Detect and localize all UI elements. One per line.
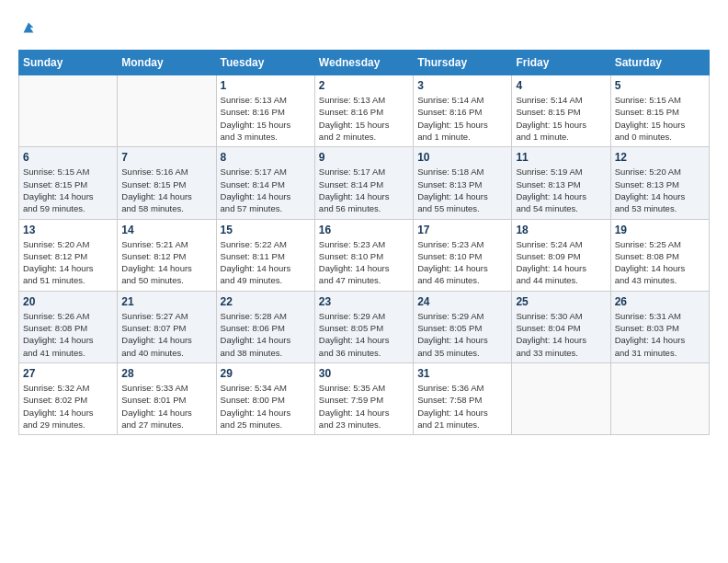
day-number: 23	[319, 295, 409, 308]
calendar-cell: 18Sunrise: 5:24 AM Sunset: 8:09 PM Dayli…	[512, 219, 610, 291]
day-info: Sunrise: 5:22 AM Sunset: 8:11 PM Dayligh…	[221, 238, 311, 287]
day-number: 2	[319, 79, 409, 92]
day-number: 13	[23, 224, 113, 236]
weekday-header: Sunday	[19, 51, 118, 75]
calendar-cell: 12Sunrise: 5:20 AM Sunset: 8:13 PM Dayli…	[610, 147, 709, 219]
day-number: 17	[417, 224, 507, 236]
calendar-cell: 20Sunrise: 5:26 AM Sunset: 8:08 PM Dayli…	[19, 291, 118, 362]
day-info: Sunrise: 5:17 AM Sunset: 8:14 PM Dayligh…	[221, 166, 311, 214]
day-number: 12	[615, 151, 705, 164]
calendar-table: SundayMondayTuesdayWednesdayThursdayFrid…	[18, 50, 710, 435]
day-info: Sunrise: 5:27 AM Sunset: 8:07 PM Dayligh…	[121, 310, 211, 359]
calendar-cell: 13Sunrise: 5:20 AM Sunset: 8:12 PM Dayli…	[19, 219, 118, 291]
day-info: Sunrise: 5:20 AM Sunset: 8:12 PM Dayligh…	[23, 238, 113, 287]
svg-marker-0	[24, 23, 34, 33]
day-number: 24	[417, 295, 507, 308]
day-number: 28	[121, 367, 211, 380]
calendar-cell	[19, 75, 118, 147]
calendar-cell: 28Sunrise: 5:33 AM Sunset: 8:01 PM Dayli…	[118, 362, 216, 434]
calendar-week-row: 6Sunrise: 5:15 AM Sunset: 8:15 PM Daylig…	[19, 147, 710, 219]
day-number: 19	[615, 224, 705, 236]
day-number: 4	[516, 79, 606, 92]
calendar-cell: 30Sunrise: 5:35 AM Sunset: 7:59 PM Dayli…	[314, 362, 413, 434]
day-info: Sunrise: 5:23 AM Sunset: 8:10 PM Dayligh…	[319, 238, 409, 287]
calendar-cell	[512, 362, 610, 434]
weekday-header: Monday	[118, 51, 216, 75]
day-number: 11	[516, 151, 606, 164]
day-number: 22	[221, 295, 311, 308]
calendar-cell: 19Sunrise: 5:25 AM Sunset: 8:08 PM Dayli…	[610, 219, 709, 291]
calendar-cell: 24Sunrise: 5:29 AM Sunset: 8:05 PM Dayli…	[414, 291, 512, 362]
weekday-header: Wednesday	[314, 51, 413, 75]
page-header	[18, 18, 710, 40]
calendar-cell: 4Sunrise: 5:14 AM Sunset: 8:15 PM Daylig…	[512, 75, 610, 147]
day-number: 8	[221, 151, 311, 164]
day-number: 20	[23, 295, 113, 308]
calendar-cell: 11Sunrise: 5:19 AM Sunset: 8:13 PM Dayli…	[512, 147, 610, 219]
calendar-cell: 25Sunrise: 5:30 AM Sunset: 8:04 PM Dayli…	[512, 291, 610, 362]
day-number: 26	[615, 295, 705, 308]
calendar-cell: 9Sunrise: 5:17 AM Sunset: 8:14 PM Daylig…	[314, 147, 413, 219]
calendar-cell: 23Sunrise: 5:29 AM Sunset: 8:05 PM Dayli…	[314, 291, 413, 362]
calendar-cell: 29Sunrise: 5:34 AM Sunset: 8:00 PM Dayli…	[216, 362, 314, 434]
day-info: Sunrise: 5:21 AM Sunset: 8:12 PM Dayligh…	[121, 238, 211, 287]
day-info: Sunrise: 5:16 AM Sunset: 8:15 PM Dayligh…	[121, 166, 211, 214]
weekday-header: Thursday	[414, 51, 512, 75]
day-info: Sunrise: 5:31 AM Sunset: 8:03 PM Dayligh…	[615, 310, 705, 359]
day-info: Sunrise: 5:13 AM Sunset: 8:16 PM Dayligh…	[221, 94, 311, 143]
day-info: Sunrise: 5:26 AM Sunset: 8:08 PM Dayligh…	[23, 310, 113, 359]
calendar-cell: 22Sunrise: 5:28 AM Sunset: 8:06 PM Dayli…	[216, 291, 314, 362]
day-info: Sunrise: 5:34 AM Sunset: 8:00 PM Dayligh…	[221, 382, 311, 431]
day-info: Sunrise: 5:20 AM Sunset: 8:13 PM Dayligh…	[615, 166, 705, 214]
calendar-cell: 3Sunrise: 5:14 AM Sunset: 8:16 PM Daylig…	[414, 75, 512, 147]
day-info: Sunrise: 5:35 AM Sunset: 7:59 PM Dayligh…	[319, 382, 409, 431]
logo	[18, 18, 37, 40]
calendar-cell: 27Sunrise: 5:32 AM Sunset: 8:02 PM Dayli…	[19, 362, 118, 434]
day-info: Sunrise: 5:18 AM Sunset: 8:13 PM Dayligh…	[417, 166, 507, 214]
logo-icon	[20, 19, 37, 36]
day-info: Sunrise: 5:13 AM Sunset: 8:16 PM Dayligh…	[319, 94, 409, 143]
calendar-week-row: 27Sunrise: 5:32 AM Sunset: 8:02 PM Dayli…	[19, 362, 710, 434]
day-info: Sunrise: 5:33 AM Sunset: 8:01 PM Dayligh…	[121, 382, 211, 431]
day-number: 30	[319, 367, 409, 380]
day-number: 9	[319, 151, 409, 164]
day-info: Sunrise: 5:36 AM Sunset: 7:58 PM Dayligh…	[417, 382, 507, 431]
calendar-cell: 17Sunrise: 5:23 AM Sunset: 8:10 PM Dayli…	[414, 219, 512, 291]
logo-text	[18, 18, 37, 40]
calendar-cell: 8Sunrise: 5:17 AM Sunset: 8:14 PM Daylig…	[216, 147, 314, 219]
day-number: 14	[121, 224, 211, 236]
day-info: Sunrise: 5:29 AM Sunset: 8:05 PM Dayligh…	[417, 310, 507, 359]
day-number: 7	[121, 151, 211, 164]
calendar-week-row: 20Sunrise: 5:26 AM Sunset: 8:08 PM Dayli…	[19, 291, 710, 362]
day-info: Sunrise: 5:23 AM Sunset: 8:10 PM Dayligh…	[417, 238, 507, 287]
day-info: Sunrise: 5:14 AM Sunset: 8:16 PM Dayligh…	[417, 94, 507, 143]
day-info: Sunrise: 5:25 AM Sunset: 8:08 PM Dayligh…	[615, 238, 705, 287]
calendar-cell: 5Sunrise: 5:15 AM Sunset: 8:15 PM Daylig…	[610, 75, 709, 147]
calendar-cell	[118, 75, 216, 147]
calendar-cell: 7Sunrise: 5:16 AM Sunset: 8:15 PM Daylig…	[118, 147, 216, 219]
day-info: Sunrise: 5:15 AM Sunset: 8:15 PM Dayligh…	[615, 94, 705, 143]
day-number: 10	[417, 151, 507, 164]
day-info: Sunrise: 5:32 AM Sunset: 8:02 PM Dayligh…	[23, 382, 113, 431]
day-number: 21	[121, 295, 211, 308]
day-number: 18	[516, 224, 606, 236]
calendar-cell: 16Sunrise: 5:23 AM Sunset: 8:10 PM Dayli…	[314, 219, 413, 291]
day-info: Sunrise: 5:14 AM Sunset: 8:15 PM Dayligh…	[516, 94, 606, 143]
day-number: 1	[221, 79, 311, 92]
calendar-cell: 10Sunrise: 5:18 AM Sunset: 8:13 PM Dayli…	[414, 147, 512, 219]
day-number: 25	[516, 295, 606, 308]
day-number: 6	[23, 151, 113, 164]
calendar-cell: 6Sunrise: 5:15 AM Sunset: 8:15 PM Daylig…	[19, 147, 118, 219]
weekday-header: Tuesday	[216, 51, 314, 75]
calendar-cell	[610, 362, 709, 434]
day-number: 29	[221, 367, 311, 380]
day-info: Sunrise: 5:24 AM Sunset: 8:09 PM Dayligh…	[516, 238, 606, 287]
calendar-cell: 15Sunrise: 5:22 AM Sunset: 8:11 PM Dayli…	[216, 219, 314, 291]
day-number: 15	[221, 224, 311, 236]
calendar-cell: 14Sunrise: 5:21 AM Sunset: 8:12 PM Dayli…	[118, 219, 216, 291]
calendar-week-row: 1Sunrise: 5:13 AM Sunset: 8:16 PM Daylig…	[19, 75, 710, 147]
day-info: Sunrise: 5:28 AM Sunset: 8:06 PM Dayligh…	[221, 310, 311, 359]
day-number: 16	[319, 224, 409, 236]
calendar-cell: 21Sunrise: 5:27 AM Sunset: 8:07 PM Dayli…	[118, 291, 216, 362]
weekday-header-row: SundayMondayTuesdayWednesdayThursdayFrid…	[19, 51, 710, 75]
